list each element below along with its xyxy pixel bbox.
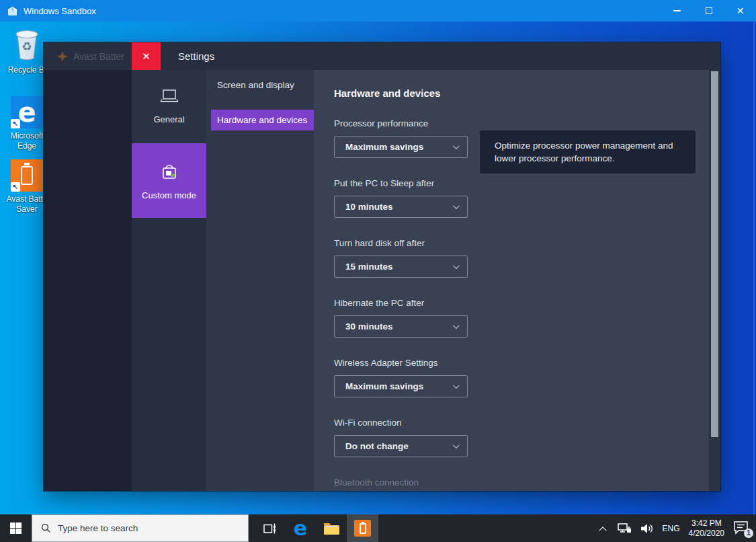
avast-logo-icon xyxy=(57,51,68,62)
select-value: Maximum savings xyxy=(345,381,453,391)
svg-text:♻: ♻ xyxy=(22,40,32,53)
avast-battery-saver-icon xyxy=(354,520,371,537)
chevron-down-icon xyxy=(453,202,460,209)
recycle-bin-icon: ♻ xyxy=(11,25,43,63)
custom-mode-icon xyxy=(158,161,181,182)
mode-sidebar: General Custom mode xyxy=(132,70,206,491)
tooltip-text: Optimize processor power management and … xyxy=(495,139,686,165)
taskbar: e xyxy=(0,514,756,542)
avast-battery-saver-icon: ↖ xyxy=(11,159,43,192)
system-tray: ENG 3:42 PM 4/20/2020 1 xyxy=(597,514,756,542)
minimize-icon xyxy=(673,10,681,11)
minimize-button[interactable] xyxy=(661,0,693,22)
field-label: Put the PC to Sleep after xyxy=(334,178,709,189)
field-label: Processor performance xyxy=(334,118,709,129)
search-input[interactable] xyxy=(58,523,226,533)
maximize-button[interactable] xyxy=(693,0,724,22)
action-center-button[interactable]: 1 xyxy=(733,520,751,537)
nav-item-hardware-and-devices[interactable]: Hardware and devices xyxy=(211,110,314,130)
settings-page-title: Settings xyxy=(161,42,214,70)
desktop: ♻ Recycle Bi e ↖ Microsoft Edge ↖ Avast … xyxy=(0,22,756,514)
tray-chevron-button[interactable] xyxy=(597,522,609,535)
select-value: Do not change xyxy=(345,441,453,451)
hard-disk-off-select[interactable]: 15 minutes xyxy=(334,256,468,278)
close-button[interactable]: ✕ xyxy=(724,0,756,22)
app-title-text: Avast Batter xyxy=(73,51,124,62)
shortcut-arrow-icon: ↖ xyxy=(11,182,20,192)
edge-icon: e ↖ xyxy=(11,96,43,128)
field-label: Hibernate the PC after xyxy=(334,298,709,309)
taskbar-edge-button[interactable]: e xyxy=(285,514,316,542)
clock-time: 3:42 PM xyxy=(689,518,724,529)
settings-content: Hardware and devices Processor performan… xyxy=(314,70,709,491)
window-controls: ✕ xyxy=(661,0,756,22)
sidebar-item-label: Custom mode xyxy=(142,190,196,200)
chevron-down-icon xyxy=(453,382,460,389)
taskbar-clock[interactable]: 3:42 PM 4/20/2020 xyxy=(689,518,724,539)
select-value: 10 minutes xyxy=(345,202,453,212)
taskbar-search[interactable] xyxy=(32,514,249,542)
task-view-icon xyxy=(263,522,276,535)
language-indicator[interactable]: ENG xyxy=(663,524,680,533)
page-title: Hardware and devices xyxy=(334,87,709,100)
wifi-connection-select[interactable]: Do not change xyxy=(334,435,468,457)
field-label-bluetooth: Bluetooth connection xyxy=(334,477,709,488)
processor-performance-select[interactable]: Maximum savings xyxy=(334,136,468,158)
notification-badge: 1 xyxy=(744,529,753,538)
window-title: Windows Sandbox xyxy=(24,6,96,16)
chevron-down-icon xyxy=(453,143,460,149)
scrollbar-track[interactable] xyxy=(709,70,720,491)
processor-performance-tooltip: Optimize processor power management and … xyxy=(480,130,696,173)
field-wireless-adapter: Wireless Adapter Settings Maximum saving… xyxy=(334,358,709,397)
chevron-down-icon xyxy=(453,322,460,329)
clock-date: 4/20/2020 xyxy=(689,529,724,539)
windows-sandbox-icon xyxy=(7,5,18,17)
close-icon: ✕ xyxy=(737,6,745,15)
avast-settings-window: Avast Batter ✕ Settings Gen xyxy=(44,42,720,491)
maximize-icon xyxy=(706,7,712,14)
speaker-icon[interactable] xyxy=(640,522,654,535)
file-explorer-icon xyxy=(323,522,340,535)
wireless-adapter-select[interactable]: Maximum savings xyxy=(334,375,468,397)
app-titlebar-ghost: Avast Batter xyxy=(44,42,132,70)
sidebar-item-custom-mode[interactable]: Custom mode xyxy=(132,143,206,218)
scrollbar-thumb[interactable] xyxy=(711,71,718,437)
hibernate-after-select[interactable]: 30 minutes xyxy=(334,315,468,338)
field-sleep-after: Put the PC to Sleep after 10 minutes xyxy=(334,178,709,218)
sandbox-screen: Windows Sandbox ✕ ♻ Recycle Bi e ↖ Mi xyxy=(0,0,756,542)
close-icon: ✕ xyxy=(142,50,151,63)
sidebar-item-label: General xyxy=(153,114,184,124)
settings-header: Avast Batter ✕ Settings xyxy=(44,42,720,70)
taskbar-icons: e xyxy=(254,514,378,542)
battery-icon xyxy=(21,166,33,185)
chevron-down-icon xyxy=(453,442,460,449)
network-icon[interactable] xyxy=(618,522,632,535)
settings-close-button[interactable]: ✕ xyxy=(132,42,161,70)
nav-item-screen-and-display[interactable]: Screen and display xyxy=(217,80,294,90)
sidebar-item-general[interactable]: General xyxy=(132,70,206,143)
chevron-up-icon xyxy=(599,527,606,534)
field-label: Turn hard disk off after xyxy=(334,238,709,249)
file-explorer-button[interactable] xyxy=(316,514,347,542)
window-left-panel xyxy=(44,70,132,491)
sleep-after-select[interactable]: 10 minutes xyxy=(334,196,468,218)
chevron-down-icon xyxy=(453,262,460,269)
taskbar-avast-button[interactable] xyxy=(347,514,378,542)
field-hibernate-after: Hibernate the PC after 30 minutes xyxy=(334,298,709,338)
field-hard-disk-off: Turn hard disk off after 15 minutes xyxy=(334,238,709,278)
battery-icon xyxy=(360,523,366,534)
settings-body: General Custom mode Screen and display xyxy=(44,70,720,491)
settings-nav: Screen and display Hardware and devices xyxy=(206,70,314,491)
start-button[interactable] xyxy=(0,514,32,542)
laptop-icon xyxy=(158,89,181,106)
shortcut-arrow-icon: ↖ xyxy=(11,119,20,128)
task-view-button[interactable] xyxy=(254,514,285,542)
field-wifi-connection: Wi-Fi connection Do not change xyxy=(334,418,709,457)
field-label: Wi-Fi connection xyxy=(334,418,709,428)
search-icon xyxy=(41,523,51,533)
select-value: Maximum savings xyxy=(345,142,453,152)
select-value: 15 minutes xyxy=(345,262,453,272)
windows-logo-icon xyxy=(10,522,22,534)
field-label: Wireless Adapter Settings xyxy=(334,358,709,369)
edge-icon: e xyxy=(294,518,307,539)
